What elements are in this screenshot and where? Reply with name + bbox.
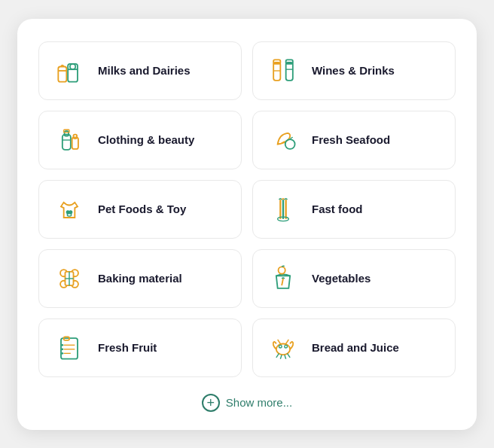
svg-rect-6 (286, 62, 293, 81)
main-card: Milks and Dairies Wines & Drinks (17, 19, 477, 430)
svg-point-38 (61, 343, 63, 346)
category-fresh-seafood[interactable]: Fresh Seafood (252, 111, 456, 169)
category-baking-material[interactable]: Baking material (38, 249, 242, 308)
baking-icon (51, 261, 87, 297)
category-pet-foods-toy[interactable]: Pet Foods & Toy (38, 180, 242, 239)
svg-rect-5 (273, 62, 280, 81)
show-more-label: Show more... (226, 396, 292, 409)
svg-point-41 (276, 343, 290, 355)
svg-point-42 (279, 345, 282, 348)
bread-juice-icon (265, 330, 301, 366)
svg-line-44 (278, 340, 281, 344)
fast-food-label: Fast food (312, 203, 363, 215)
fresh-fruit-label: Fresh Fruit (98, 341, 157, 354)
svg-point-17 (285, 139, 295, 149)
fresh-fruit-icon (51, 330, 87, 366)
svg-point-43 (285, 345, 288, 348)
svg-rect-0 (58, 66, 66, 81)
svg-point-20 (67, 213, 72, 216)
milks-dairies-label: Milks and Dairies (98, 64, 191, 77)
pet-foods-toy-label: Pet Foods & Toy (98, 203, 186, 215)
svg-point-4 (70, 63, 75, 69)
svg-rect-11 (63, 134, 71, 149)
category-vegetables[interactable]: Vegetables (252, 249, 456, 308)
category-fast-food[interactable]: Fast food (252, 180, 456, 239)
category-clothing-beauty[interactable]: Clothing & beauty (38, 111, 242, 169)
fastfood-icon (265, 191, 301, 227)
fresh-seafood-label: Fresh Seafood (312, 133, 390, 146)
pet-icon (51, 191, 87, 227)
bread-juice-label: Bread and Juice (312, 341, 399, 354)
vegetables-label: Vegetables (312, 272, 370, 285)
vegetables-icon (265, 261, 301, 297)
svg-rect-33 (61, 338, 78, 359)
svg-point-40 (61, 352, 63, 354)
wines-drinks-label: Wines & Drinks (312, 64, 395, 77)
show-more-icon: + (202, 394, 220, 412)
category-fresh-fruit[interactable]: Fresh Fruit (38, 318, 242, 377)
categories-grid: Milks and Dairies Wines & Drinks (38, 41, 456, 377)
svg-line-45 (286, 340, 289, 344)
clothing-icon (51, 122, 87, 158)
seafood-icon (265, 122, 301, 158)
category-wines-drinks[interactable]: Wines & Drinks (252, 41, 456, 100)
category-bread-juice[interactable]: Bread and Juice (252, 318, 456, 377)
wines-icon (265, 53, 301, 89)
category-milks-dairies[interactable]: Milks and Dairies (38, 41, 242, 100)
svg-point-39 (61, 348, 63, 350)
baking-material-label: Baking material (98, 272, 182, 285)
show-more-button[interactable]: + Show more... (38, 394, 456, 412)
svg-point-32 (279, 267, 285, 273)
milks-icon (51, 53, 87, 89)
clothing-beauty-label: Clothing & beauty (98, 133, 194, 146)
